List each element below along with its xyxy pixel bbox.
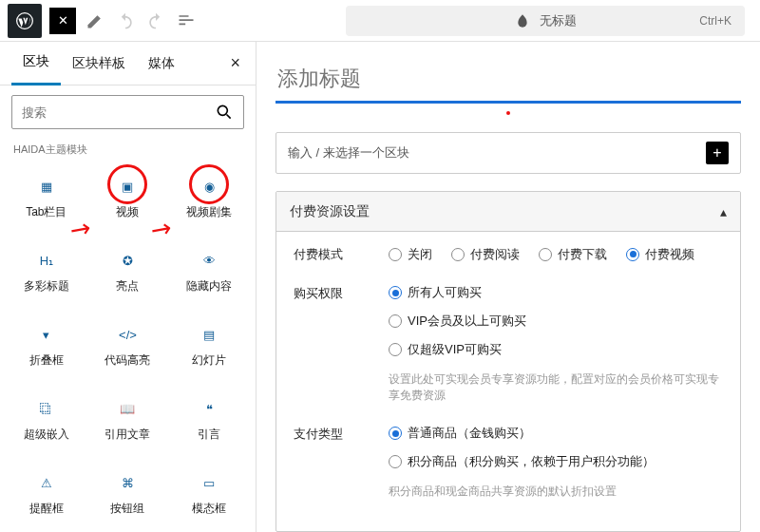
close-inserter-button[interactable]: ✕ [49,8,76,34]
radio-label: 付费视频 [645,246,694,263]
radio-option[interactable]: 仅超级VIP可购买 [389,341,723,358]
hint-text: 积分商品和现金商品共享资源的默认折扣设置 [389,484,723,500]
tab-columns-icon: ▦ [35,176,58,199]
block-hidden-content[interactable]: 👁隐藏内容 [168,238,250,305]
shortcut-label: Ctrl+K [699,14,732,28]
panel-header[interactable]: 付费资源设置 ▴ [276,192,740,232]
options: 关闭付费阅读付费下载付费视频 [389,245,723,263]
radio-icon [389,314,402,328]
block-accordion[interactable]: ▾折叠框 [6,313,87,379]
block-label: 视频 [116,204,139,220]
block-modal-box[interactable]: ▭模态框 [168,461,250,527]
block-button-group[interactable]: ⌘按钮组 [87,461,169,527]
tab-2[interactable]: 媒体 [137,42,186,86]
radio-label: 普通商品（金钱购买） [408,425,531,442]
editor-canvas: 添加标题 输入 / 来选择一个区块 + 付费资源设置 ▴ 付费模式关闭付费阅读付… [256,42,760,532]
code-highlight-icon: </> [116,324,139,347]
block-label: 引用文章 [104,427,150,443]
color-title-icon: H₁ [35,250,58,273]
accordion-icon: ▾ [35,324,58,347]
add-block-button[interactable]: + [706,142,729,164]
post-title-input[interactable]: 添加标题 [276,61,741,104]
radio-option[interactable]: 积分商品（积分购买，依赖于用户积分功能） [389,453,723,470]
block-highlights[interactable]: ✪亮点 [87,238,169,305]
quote-article-icon: 📖 [116,398,139,421]
block-label: 提醒框 [29,501,64,517]
block-alert-box[interactable]: ⚠提醒框 [6,461,87,527]
radio-option[interactable]: 付费阅读 [451,245,520,263]
paid-resource-panel: 付费资源设置 ▴ 付费模式关闭付费阅读付费下载付费视频购买权限所有人可购买VIP… [276,191,741,532]
radio-option[interactable]: 关闭 [389,245,432,263]
undo-icon[interactable] [114,10,137,32]
radio-label: 关闭 [408,246,432,263]
block-label: 模态框 [192,501,226,517]
radio-icon [389,286,402,299]
block-quote-article[interactable]: 📖引用文章 [87,387,169,453]
radio-icon [389,343,402,356]
radio-option[interactable]: VIP会员及以上可购买 [389,313,723,330]
radio-icon [389,248,402,261]
setting-row: 支付类型普通商品（金钱购买）积分商品（积分购买，依赖于用户积分功能）积分商品和现… [294,425,723,500]
category-label: HAIDA主题模块 [0,139,256,164]
search-input[interactable] [11,95,244,129]
hint-text: 设置此处可实现会员专享资源功能，配置对应的会员价格可实现专享免费资源 [389,371,723,404]
highlight-circle [189,164,229,204]
tab-0[interactable]: 区块 [11,42,61,86]
radio-icon [626,248,639,261]
block-label: Tab栏目 [26,204,66,220]
alert-box-icon: ⚠ [35,472,58,495]
row-label: 支付类型 [294,425,362,500]
block-slideshow[interactable]: ▤幻灯片 [168,313,250,379]
close-icon[interactable]: × [226,49,244,77]
block-inserter-sidebar: 区块区块样板媒体 × HAIDA主题模块 ▦Tab栏目▣视频↗◉视频剧集↗H₁多… [0,42,256,532]
block-label: 按钮组 [110,501,144,517]
row-label: 付费模式 [294,245,362,263]
radio-icon [389,427,402,440]
block-color-title[interactable]: H₁多彩标题 [6,238,87,305]
radio-label: VIP会员及以上可购买 [408,313,526,330]
block-quote[interactable]: ❝引言 [168,387,250,453]
radio-icon [451,248,465,261]
block-video-series[interactable]: ◉视频剧集↗ [168,164,250,231]
block-code-highlight[interactable]: </>代码高亮 [87,313,169,379]
slideshow-icon: ▤ [198,324,220,347]
document-title[interactable]: 无标题 Ctrl+K [346,6,745,36]
block-label: 隐藏内容 [186,278,232,294]
button-group-icon: ⌘ [116,472,139,495]
block-placeholder[interactable]: 输入 / 来选择一个区块 + [276,132,741,174]
super-embed-icon: ⿻ [35,398,58,421]
options: 普通商品（金钱购买）积分商品（积分购买，依赖于用户积分功能）积分商品和现金商品共… [389,425,723,500]
block-label: 代码高亮 [104,352,150,369]
radio-option[interactable]: 付费视频 [626,245,694,263]
leaf-icon [515,13,530,28]
radio-option[interactable]: 所有人可购买 [389,284,723,301]
radio-option[interactable]: 付费下载 [539,245,607,263]
redo-icon[interactable] [144,10,167,32]
block-label: 幻灯片 [192,352,226,369]
highlights-icon: ✪ [116,250,139,273]
outline-icon[interactable] [175,10,198,32]
block-prompt-text: 输入 / 来选择一个区块 [288,144,409,162]
search-field[interactable] [22,105,215,120]
radio-label: 所有人可购买 [408,284,482,301]
tab-1[interactable]: 区块样板 [61,42,137,86]
inserter-tabs: 区块区块样板媒体 × [0,42,256,86]
setting-row: 付费模式关闭付费阅读付费下载付费视频 [294,245,723,263]
options: 所有人可购买VIP会员及以上可购买仅超级VIP可购买设置此处可实现会员专享资源功… [389,284,723,404]
radio-icon [539,248,552,261]
radio-label: 积分商品（积分购买，依赖于用户积分功能） [408,453,655,470]
highlight-circle [107,164,147,204]
blocks-grid: ▦Tab栏目▣视频↗◉视频剧集↗H₁多彩标题✪亮点👁隐藏内容▾折叠框</>代码高… [0,164,256,532]
setting-row: 购买权限所有人可购买VIP会员及以上可购买仅超级VIP可购买设置此处可实现会员专… [294,284,723,404]
block-super-embed[interactable]: ⿻超级嵌入 [6,387,87,453]
block-label: 折叠框 [29,352,64,369]
hidden-content-icon: 👁 [198,250,220,273]
row-label: 购买权限 [294,284,362,404]
edit-icon[interactable] [84,10,106,32]
radio-option[interactable]: 普通商品（金钱购买） [389,425,723,442]
doc-title-text: 无标题 [540,12,577,29]
radio-label: 付费阅读 [470,246,520,263]
block-label: 多彩标题 [24,278,69,294]
wordpress-logo-icon[interactable] [8,4,42,38]
radio-label: 仅超级VIP可购买 [408,341,502,358]
